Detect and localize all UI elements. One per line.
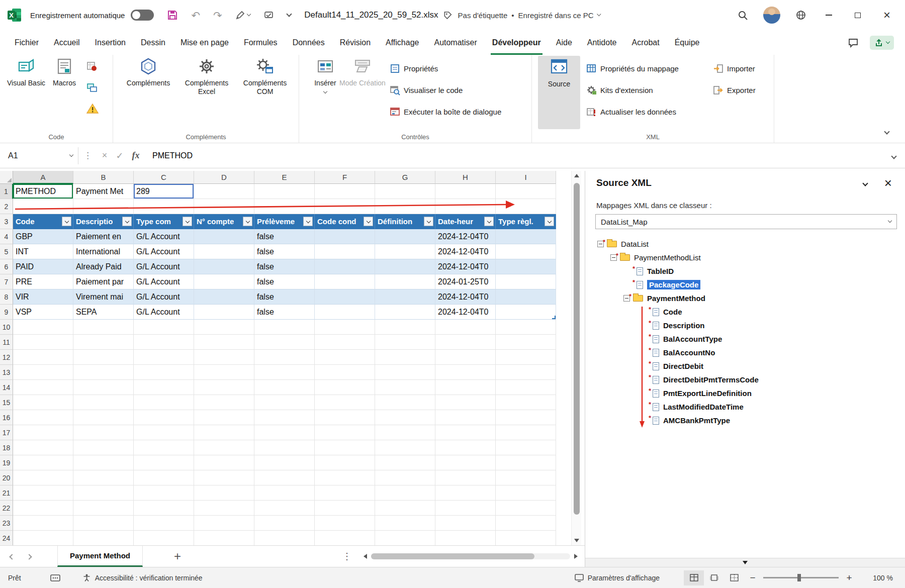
vertical-scrollbar[interactable] [571,171,581,545]
grid-cell[interactable] [496,350,556,365]
grid-cell[interactable] [496,289,556,305]
grid-cell[interactable]: VIR [13,289,73,305]
tab-equipe[interactable]: Équipe [667,30,707,55]
grid-cell[interactable] [435,395,496,410]
grid-cell[interactable] [134,516,194,531]
xml-map-dropdown[interactable]: DataList_Map [595,214,897,229]
save-location-text[interactable]: Enregistré dans ce PC [518,11,594,20]
row-header[interactable]: 19 [0,455,13,470]
grid-cell[interactable] [315,395,375,410]
grid-cell[interactable]: false [254,274,315,289]
grid-cell[interactable] [134,410,194,425]
row-header[interactable]: 2 [0,199,13,214]
xml-mapped-cell-c1[interactable]: 289 [134,184,194,199]
record-macro-button[interactable] [86,58,98,75]
source-button[interactable]: Source [538,57,580,88]
tree-item-directdebitpmttermscode[interactable]: * DirectDebitPmtTermsCode [585,373,905,386]
grid-cell[interactable]: 2024-12-04T0 [435,289,496,305]
grid-cell[interactable] [13,516,73,531]
grid-cell[interactable] [134,440,194,455]
grid-cell[interactable] [435,410,496,425]
save-icon[interactable] [167,10,178,21]
grid-cell[interactable] [194,455,254,470]
grid-cell[interactable] [254,425,315,440]
scroll-up-arrow-icon[interactable] [574,174,579,177]
grid-cell[interactable] [254,395,315,410]
filter-button[interactable] [484,217,494,226]
grid-cell[interactable]: 2024-01-25T0 [435,274,496,289]
toolbar-options-chevron-icon[interactable] [287,14,291,16]
exporter-button[interactable]: Exporter [713,81,756,99]
tree-item-directdebit[interactable]: * DirectDebit [585,359,905,373]
grid-cell[interactable]: PAID [13,259,73,274]
grid-cell[interactable]: Paiement par [73,274,134,289]
grid-cell[interactable]: G/L Account [134,259,194,274]
scroll-down-arrow-icon[interactable] [574,539,579,542]
document-title[interactable]: Default14_11_2025_20_59_52.xlsx [304,10,438,20]
grid-cell[interactable]: false [254,244,315,259]
grid-cell[interactable] [375,470,435,485]
grid-cell[interactable] [134,350,194,365]
comments-icon[interactable] [848,37,859,48]
formula-bar-handle[interactable]: ⋮ [83,150,92,161]
grid-cell[interactable] [194,350,254,365]
grid-cell[interactable] [496,259,556,274]
relative-references-button[interactable] [86,79,98,96]
grid-cell[interactable] [375,380,435,395]
grid-cell[interactable] [13,365,73,380]
tab-aide[interactable]: Aide [549,30,580,55]
grid-cell[interactable] [375,365,435,380]
tab-fichier[interactable]: Fichier [7,30,46,55]
grid-cell[interactable] [375,425,435,440]
grid-cell[interactable] [375,305,435,320]
grid-cell[interactable] [194,501,254,516]
grid-cell[interactable]: G/L Account [134,274,194,289]
grid-cell[interactable]: SEPA [73,305,134,320]
search-icon[interactable] [738,10,748,21]
column-header[interactable]: C [134,171,194,184]
grid-cell[interactable] [435,335,496,350]
table-column-header[interactable]: Date-heur [435,214,496,229]
grid-cell[interactable]: PRE [13,274,73,289]
grid-cell[interactable] [13,335,73,350]
grid-cell[interactable] [194,365,254,380]
row-header[interactable]: 8 [0,289,13,305]
grid-cell[interactable] [134,531,194,545]
grid-cell[interactable] [496,335,556,350]
grid-cell[interactable] [315,501,375,516]
tab-revision[interactable]: Révision [332,30,378,55]
grid-cell[interactable] [73,320,134,335]
grid-cell[interactable]: International [73,244,134,259]
grid-cell[interactable] [254,440,315,455]
complements-button[interactable]: Compléments [122,57,174,87]
grid-cell[interactable] [194,335,254,350]
cancel-icon[interactable]: × [97,150,112,161]
grid-cell[interactable] [315,380,375,395]
grid-cell[interactable] [496,531,556,545]
grid-cell[interactable] [134,380,194,395]
grid-cell[interactable] [13,470,73,485]
new-sheet-button[interactable]: + [174,550,181,562]
grid-cell[interactable] [375,350,435,365]
grid-cell[interactable] [496,410,556,425]
grid-cell[interactable] [315,485,375,501]
grid-cell[interactable] [13,425,73,440]
grid-cell[interactable] [254,531,315,545]
grid-cell[interactable]: Payment Met [73,184,134,199]
grid-cell[interactable] [435,365,496,380]
row-header[interactable]: 3 [0,214,13,229]
table-resize-handle[interactable] [552,316,556,319]
filter-button[interactable] [183,217,192,226]
table-column-header[interactable]: Définition [375,214,435,229]
grid-cell[interactable] [73,335,134,350]
sensitivity-label-text[interactable]: Pas d'étiquette [458,11,508,20]
next-sheet-icon[interactable] [27,552,31,561]
grid-cell[interactable] [194,199,254,214]
table-column-header[interactable]: Type règl. [496,214,556,229]
active-cell-a1[interactable]: PMETHOD [13,184,73,199]
grid-cell[interactable] [496,485,556,501]
grid-cell[interactable]: G/L Account [134,289,194,305]
tab-insertion[interactable]: Insertion [87,30,133,55]
grid-cell[interactable] [254,516,315,531]
grid-cell[interactable] [375,455,435,470]
